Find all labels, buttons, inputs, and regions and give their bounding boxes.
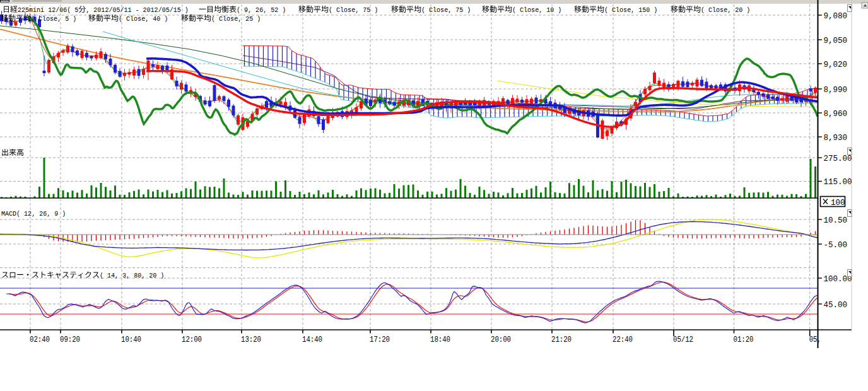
svg-text:20:00: 20:00 — [491, 336, 511, 344]
svg-text:( Close, 10 ): ( Close, 10 ) — [512, 6, 561, 14]
svg-text:8,960: 8,960 — [824, 110, 848, 119]
svg-text:45.00: 45.00 — [824, 301, 848, 310]
svg-text:09:20: 09:20 — [60, 336, 80, 344]
svg-text:02:40: 02:40 — [30, 336, 50, 344]
svg-text:10.50: 10.50 — [824, 216, 848, 225]
svg-text:MACD( 12, 26, 9 ): MACD( 12, 26, 9 ) — [1, 209, 66, 218]
svg-text:115.00: 115.00 — [824, 178, 852, 187]
svg-text:( Close, 25 ): ( Close, 25 ) — [211, 15, 261, 23]
svg-text:( Close, 150 ): ( Close, 150 ) — [604, 6, 657, 14]
svg-text:13:20: 13:20 — [241, 336, 261, 344]
svg-text:8,930: 8,930 — [824, 134, 848, 143]
svg-text:100: 100 — [831, 199, 845, 207]
svg-text:14:40: 14:40 — [302, 336, 322, 344]
svg-text:21:20: 21:20 — [551, 336, 572, 344]
svg-text:( Close, 40 ): ( Close, 40 ) — [119, 15, 168, 23]
svg-text:( Close, 75 ): ( Close, 75 ) — [421, 6, 471, 14]
svg-text:9,020: 9,020 — [824, 61, 848, 69]
svg-text:( Close, 20 ): ( Close, 20 ) — [701, 6, 750, 14]
svg-text:( 9, 26, 52 ): ( 9, 26, 52 ) — [237, 6, 286, 14]
svg-text:17:20: 17:20 — [370, 336, 390, 344]
svg-text:22:40: 22:40 — [613, 336, 633, 344]
svg-text:( 14, 3, 80, 20 ): ( 14, 3, 80, 20 ) — [100, 271, 164, 279]
svg-text:-5.00: -5.00 — [824, 241, 848, 250]
svg-text:05/12: 05/12 — [673, 336, 693, 344]
svg-text:( Close, 5 ): ( Close, 5 ) — [31, 15, 76, 23]
svg-text:8,990: 8,990 — [824, 86, 848, 95]
svg-text:, 2012/05/11 - 2012/05/15 ): , 2012/05/11 - 2012/05/15 ) — [86, 6, 188, 14]
svg-text:18:40: 18:40 — [430, 336, 450, 344]
svg-text:9,080: 9,080 — [824, 12, 848, 21]
svg-text:9,050: 9,050 — [824, 37, 848, 45]
svg-text:05,: 05, — [809, 336, 821, 344]
svg-text:10:40: 10:40 — [121, 336, 141, 344]
svg-text:275.00: 275.00 — [824, 155, 852, 163]
svg-text:12:00: 12:00 — [182, 336, 202, 344]
svg-text:( Close, 75 ): ( Close, 75 ) — [329, 6, 378, 14]
svg-text:225mini 12/06( 5: 225mini 12/06( 5 — [18, 6, 78, 14]
svg-text:01:20: 01:20 — [734, 336, 754, 344]
